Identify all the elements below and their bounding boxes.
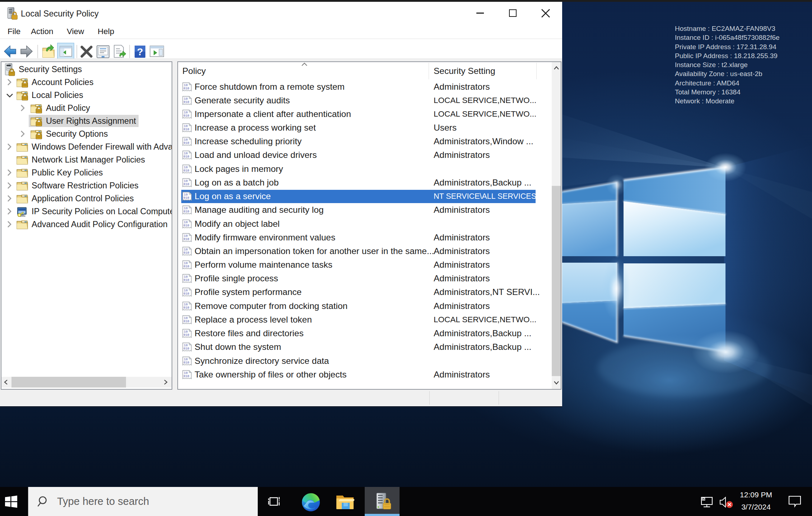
- svg-text:?: ?: [137, 46, 143, 57]
